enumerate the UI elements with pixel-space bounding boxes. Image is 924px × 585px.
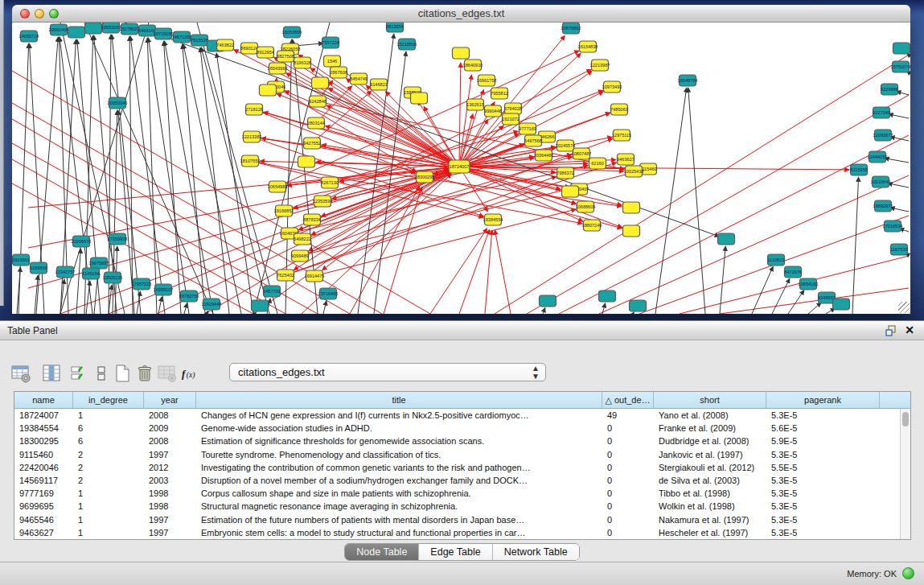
table-row[interactable]: 1872400712008Changes of HCN gene express… [14, 409, 910, 422]
network-canvas[interactable]: 2405572420691406106532871527802764661601… [12, 23, 910, 314]
table-row[interactable]: 1938455462009Genome-wide association stu… [14, 422, 910, 435]
table-cell[interactable]: Genome-wide association studies in ADHD. [196, 422, 602, 435]
column-header-short[interactable]: short [654, 392, 766, 408]
table-cell[interactable]: 1997 [144, 513, 196, 526]
table-cell[interactable]: Disruption of a novel member of a sodium… [196, 474, 602, 487]
table-cell[interactable]: 1998 [144, 487, 196, 500]
table-cell[interactable]: 18724007 [14, 409, 73, 422]
table-cell[interactable]: Stergiakouli et al. (2012) [654, 461, 766, 474]
table-cell[interactable]: Investigating the contribution of common… [196, 461, 602, 474]
function-builder-icon[interactable]: f(x) [180, 362, 202, 384]
table-cell[interactable]: 2 [73, 448, 144, 461]
network-graph[interactable]: 2405572420691406106532871527802764661601… [12, 23, 910, 314]
table-selector-dropdown[interactable]: citations_edges.txt ▲▼ [229, 363, 546, 381]
table-cell[interactable]: Estimation of the future numbers of pati… [196, 513, 602, 526]
scrollbar-thumb[interactable] [902, 412, 909, 426]
select-rows-icon[interactable] [68, 362, 89, 384]
table-row[interactable]: 911546021997Tourette syndrome. Phenomeno… [14, 448, 910, 461]
table-cell[interactable]: 0 [602, 461, 654, 474]
table-cell[interactable]: 1 [73, 526, 144, 539]
table-cell[interactable]: 5.3E-5 [766, 409, 880, 422]
column-header-name[interactable]: name [14, 392, 73, 408]
table-cell[interactable]: 2012 [144, 461, 196, 474]
table-cell[interactable]: Wolkin et al. (1998) [654, 500, 766, 513]
table-cell[interactable]: 2003 [144, 474, 196, 487]
table-cell[interactable]: 0 [602, 487, 654, 500]
table-cell[interactable]: 5.6E-5 [766, 422, 880, 435]
table-cell[interactable]: 2009 [144, 422, 196, 435]
table-cell[interactable]: 14569117 [14, 474, 73, 487]
table-cell[interactable]: 1997 [144, 448, 196, 461]
graph-node[interactable] [260, 84, 277, 96]
table-cell[interactable]: 49 [602, 409, 654, 422]
table-cell[interactable]: 2008 [144, 409, 196, 422]
table-cell[interactable]: 0 [602, 500, 654, 513]
table-row[interactable]: 946554611997Estimation of the future num… [14, 513, 910, 526]
close-panel-icon[interactable]: ✕ [905, 323, 914, 336]
table-cell[interactable]: 0 [602, 513, 654, 526]
table-cell[interactable]: 1997 [144, 526, 196, 539]
table-cell[interactable]: 0 [602, 474, 654, 487]
table-cell[interactable]: 5.3E-5 [766, 487, 880, 500]
column-header-in_degree[interactable]: in_degree [73, 392, 144, 408]
table-cell[interactable]: 1 [73, 409, 144, 422]
table-cell[interactable]: 6 [73, 422, 144, 435]
table-cell[interactable]: 9777169 [14, 487, 73, 500]
table-cell[interactable]: 0 [602, 435, 654, 447]
show-columns-icon[interactable] [40, 362, 62, 384]
table-cell[interactable]: Yano et al. (2008) [654, 409, 766, 422]
table-cell[interactable]: Tibbo et al. (1998) [654, 487, 766, 500]
table-cell[interactable]: 5.3E-5 [766, 448, 880, 461]
table-cell[interactable]: 1 [73, 487, 144, 500]
table-cell[interactable]: 5.5E-5 [766, 461, 880, 474]
table-cell[interactable]: 5.3E-5 [766, 513, 880, 526]
graph-node[interactable] [411, 93, 428, 104]
table-cell[interactable]: 22420046 [14, 461, 73, 474]
tab-edge-table[interactable]: Edge Table [419, 544, 492, 560]
table-cell[interactable]: 1998 [144, 500, 196, 513]
graph-node[interactable] [298, 156, 315, 167]
table-row[interactable]: 946362711997Embryonic stem cells: a mode… [14, 526, 910, 539]
table-row[interactable]: 969969511998Structural magnetic resonanc… [14, 500, 910, 513]
table-cell[interactable]: Corpus callosum shape and size in male p… [196, 487, 602, 500]
graph-node[interactable] [85, 23, 102, 34]
table-cell[interactable]: 6 [73, 435, 144, 447]
table-vertical-scrollbar[interactable] [900, 409, 910, 539]
column-header-pagerank[interactable]: pagerank [766, 392, 880, 408]
tab-node-table[interactable]: Node Table [345, 544, 419, 560]
table-cell[interactable]: Structural magnetic resonance image aver… [196, 500, 602, 513]
table-cell[interactable]: 9115460 [14, 448, 73, 461]
table-cell[interactable]: 5.9E-5 [766, 435, 880, 447]
table-cell[interactable]: 9463627 [14, 526, 73, 539]
graph-node[interactable] [312, 77, 329, 89]
table-cell[interactable]: 1 [73, 500, 144, 513]
column-header-out_de[interactable]: △ out_de… [602, 392, 654, 408]
graph-node[interactable] [833, 299, 850, 310]
table-cell[interactable]: 9465546 [14, 513, 73, 526]
graph-node[interactable] [562, 186, 579, 197]
float-panel-icon[interactable] [885, 325, 897, 336]
table-cell[interactable]: 19384554 [14, 422, 73, 435]
delete-table-icon[interactable] [133, 362, 155, 384]
table-settings-icon[interactable] [10, 362, 31, 384]
table-cell[interactable]: Embryonic stem cells: a model to study s… [196, 526, 602, 539]
table-cell[interactable]: Tourette syndrome. Phenomenology and cla… [196, 448, 602, 461]
create-table-icon[interactable] [111, 362, 133, 384]
table-row[interactable]: 977716911998Corpus callosum shape and si… [14, 487, 910, 500]
merge-rows-icon[interactable] [90, 362, 112, 384]
table-cell[interactable]: 0 [602, 526, 654, 539]
table-cell[interactable]: Nakamura et al. (1997) [654, 513, 766, 526]
table-cell[interactable]: 5.3E-5 [766, 526, 880, 539]
table-cell[interactable]: 1 [73, 513, 144, 526]
graph-node[interactable] [252, 300, 269, 311]
table-cell[interactable]: 0 [602, 448, 654, 461]
graph-node[interactable] [630, 300, 647, 311]
table-cell[interactable]: Changes of HCN gene expression and I(f) … [196, 409, 602, 422]
graph-node[interactable] [540, 295, 556, 307]
table-cell[interactable]: 5.3E-5 [766, 474, 880, 487]
table-cell[interactable]: 2008 [144, 435, 196, 447]
memory-status-indicator[interactable] [902, 567, 914, 579]
graph-node[interactable] [453, 47, 470, 59]
table-cell[interactable]: 5.3E-5 [766, 500, 880, 513]
column-header-year[interactable]: year [144, 392, 196, 408]
